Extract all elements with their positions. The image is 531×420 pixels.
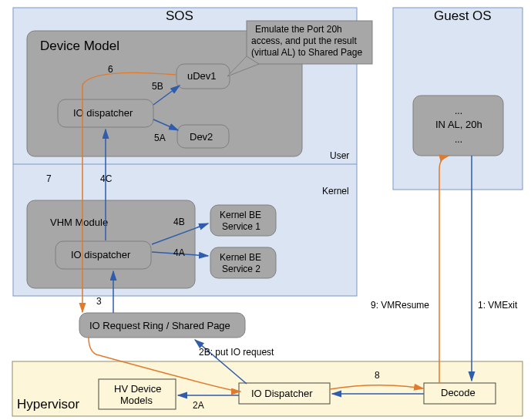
callout-l3: (virtual AL) to Shared Page: [251, 47, 362, 58]
device-model-title: Device Model: [40, 39, 119, 53]
label-8: 8: [375, 370, 380, 381]
hvdev-l1: HV Device: [114, 383, 161, 395]
label-2b: 2B: put IO request: [199, 347, 274, 358]
vhm-title: VHM Module: [50, 217, 108, 228]
label-5b: 5B: [152, 81, 163, 92]
label-7: 7: [46, 173, 52, 184]
label-1: 1: VMExit: [478, 300, 518, 311]
io-dispatcher-hv-label: IO Dispatcher: [251, 388, 313, 399]
ioreq-label: IO Request Ring / Shared Page: [89, 320, 230, 331]
decode-label: Decode: [441, 387, 476, 398]
guest-code-3: ...: [455, 134, 462, 145]
kbe2-l2: Service 2: [222, 264, 260, 274]
label-2a: 2A: [193, 400, 204, 411]
callout-l2: access, and put the result: [251, 35, 357, 46]
callout-l1: Emulate the Port 20h: [255, 24, 342, 35]
sos-title: SOS: [166, 8, 193, 23]
label-5a: 5A: [154, 133, 166, 143]
dev2-label: Dev2: [190, 131, 213, 143]
kbe1-l2: Service 1: [222, 221, 260, 232]
sos-user-label: User: [330, 150, 349, 161]
guest-code-2: IN AL, 20h: [435, 119, 482, 130]
guest-title: Guest OS: [434, 8, 492, 23]
hypervisor-title: Hypervisor: [17, 397, 80, 412]
sos-kernel-label: Kernel: [322, 186, 349, 197]
label-9: 9: VMResume: [371, 300, 429, 311]
guest-code-1: ...: [455, 106, 462, 116]
kbe2-l1: Kernel BE: [220, 252, 261, 263]
label-6: 6: [108, 64, 113, 75]
udev1-label: uDev1: [187, 70, 217, 82]
label-4a: 4A: [173, 247, 185, 258]
kbe1-l1: Kernel BE: [220, 210, 261, 220]
hvdev-l2: Models: [120, 395, 153, 406]
label-3: 3: [96, 296, 102, 307]
io-dispatcher-vhm-label: IO dispatcher: [71, 249, 131, 260]
label-4b: 4B: [173, 217, 185, 227]
label-4c: 4C: [100, 173, 113, 184]
